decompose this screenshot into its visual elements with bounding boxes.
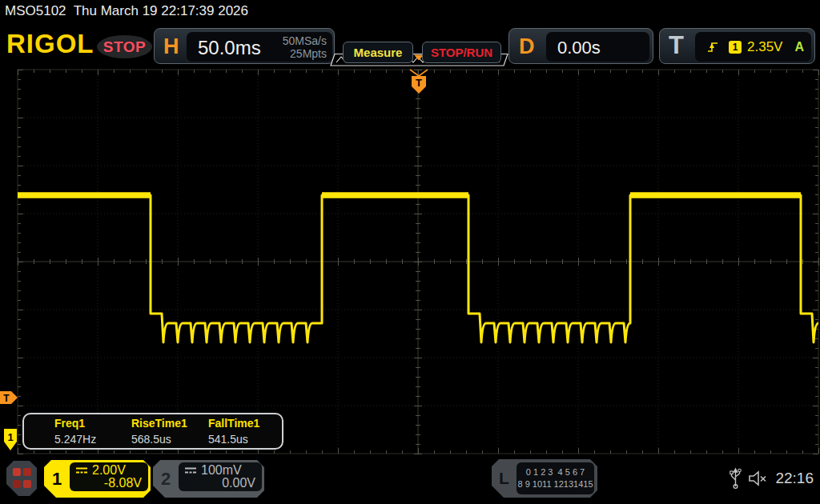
svg-text:T: T: [3, 393, 10, 404]
digital-row-1: 0 1 2 3 4 5 6 7: [526, 466, 585, 478]
dc-coupling-icon: [184, 466, 197, 475]
datetime: Thu March 19 22:17:39 2026: [74, 3, 248, 18]
measurement-value: 5.247Hz: [54, 433, 96, 446]
channel2-number: 2: [153, 460, 179, 498]
trigger-panel[interactable]: T 1 2.35V A: [659, 28, 815, 64]
red-tile-icon: [23, 480, 31, 488]
model-name: MSO5102: [5, 3, 66, 18]
horizontal-label: H: [163, 34, 179, 59]
sample-rate: 50MSa/s: [283, 34, 327, 47]
trigger-position-marker[interactable]: T: [410, 70, 428, 94]
rising-edge-icon: [706, 41, 719, 54]
bottom-bar: 1 2.00V -8.08V 2: [0, 456, 820, 504]
measure-button[interactable]: Measure: [343, 42, 413, 63]
statusbar: MSO5102 Thu March 19 22:17:39 2026: [5, 3, 248, 22]
measurement-label: RiseTime1: [131, 417, 187, 430]
horizontal-inner: 50.0ms 50MSa/s 25Mpts: [187, 32, 332, 62]
dc-coupling-icon: [75, 466, 88, 475]
channel2-box[interactable]: 2 100mV 0.00V: [153, 460, 264, 498]
acquisition-info: 50MSa/s 25Mpts: [283, 34, 327, 60]
red-tile-icon: [23, 468, 31, 476]
logic-analyzer-box[interactable]: L 0 1 2 3 4 5 6 7 8 9 1011 12131415: [492, 459, 597, 498]
svg-text:T: T: [416, 77, 422, 89]
red-tile-icon: [13, 480, 21, 488]
digital-channels: 0 1 2 3 4 5 6 7 8 9 1011 12131415: [517, 462, 594, 494]
red-tile-icon: [13, 468, 21, 476]
measurement-label: Freq1: [54, 417, 96, 430]
clock: 22:16: [775, 470, 814, 487]
channel1-position-marker[interactable]: 1: [4, 429, 17, 450]
trigger-level-marker[interactable]: T: [0, 391, 18, 404]
stop-run-button[interactable]: STOP/RUN: [422, 42, 501, 63]
trigger-level-value: 2.35V: [747, 39, 782, 55]
system-tray: 22:16: [730, 466, 814, 490]
channel1-values: 2.00V -8.08V: [70, 462, 148, 491]
run-state-badge: STOP: [97, 35, 152, 58]
delay-panel[interactable]: D 0.00s: [508, 28, 653, 64]
rigol-logo: RIGOL: [6, 29, 94, 59]
oscilloscope-screen: MSO5102 Thu March 19 22:17:39 2026 RIGOL…: [0, 0, 820, 504]
trigger-label: T: [669, 31, 684, 60]
measurement-label: FallTime1: [208, 417, 259, 430]
function-grid-button[interactable]: [6, 461, 37, 496]
logic-analyzer-label: L: [492, 459, 517, 498]
channel1-offset: -8.08V: [104, 476, 142, 490]
usb-icon[interactable]: [730, 466, 742, 490]
delay-value: 0.00s: [557, 38, 601, 58]
measurement-item: FallTime1 541.5us: [208, 417, 259, 446]
digital-row-2: 8 9 1011 12131415: [518, 478, 593, 490]
delay-label: D: [519, 34, 535, 59]
timebase-value: 50.0ms: [198, 37, 261, 59]
trigger-mode: A: [794, 40, 804, 54]
horizontal-panel[interactable]: H 50.0ms 50MSa/s 25Mpts: [154, 28, 335, 64]
measurement-panel[interactable]: Freq1 5.247Hz RiseTime1 568.5us FallTime…: [22, 413, 283, 450]
header-bar: RIGOL STOP H 50.0ms 50MSa/s 25Mpts Measu…: [0, 24, 820, 66]
svg-text:1: 1: [7, 431, 13, 443]
measurement-item: RiseTime1 568.5us: [131, 417, 187, 446]
trigger-inner: 1 2.35V A: [695, 32, 811, 62]
speaker-muted-icon[interactable]: [748, 470, 769, 487]
memory-depth: 25Mpts: [283, 47, 327, 60]
channel1-number: 1: [44, 460, 70, 498]
delay-inner: 0.00s: [546, 32, 649, 62]
measurement-value: 541.5us: [208, 433, 259, 446]
channel2-values: 100mV 0.00V: [179, 462, 262, 491]
channel1-box[interactable]: 1 2.00V -8.08V: [44, 460, 151, 498]
trigger-source-badge: 1: [729, 41, 742, 54]
measurement-item: Freq1 5.247Hz: [54, 417, 96, 446]
channel2-offset: 0.00V: [222, 476, 255, 490]
statusbar-gap: [66, 3, 74, 18]
measurement-value: 568.5us: [131, 433, 187, 446]
